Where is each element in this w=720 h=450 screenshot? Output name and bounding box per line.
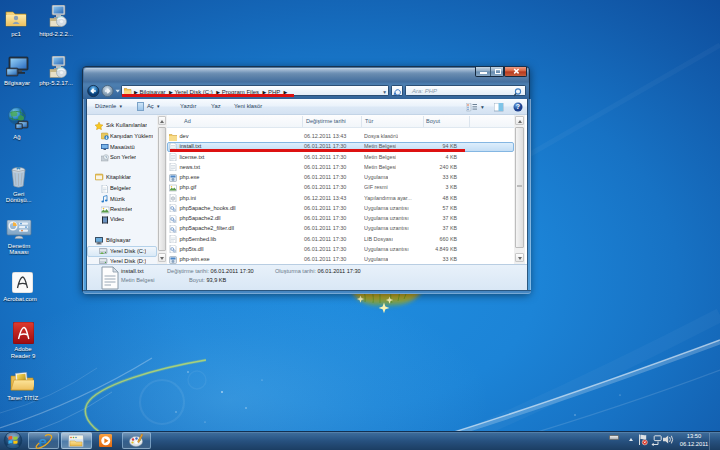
svg-text:?: ? [516,103,520,110]
